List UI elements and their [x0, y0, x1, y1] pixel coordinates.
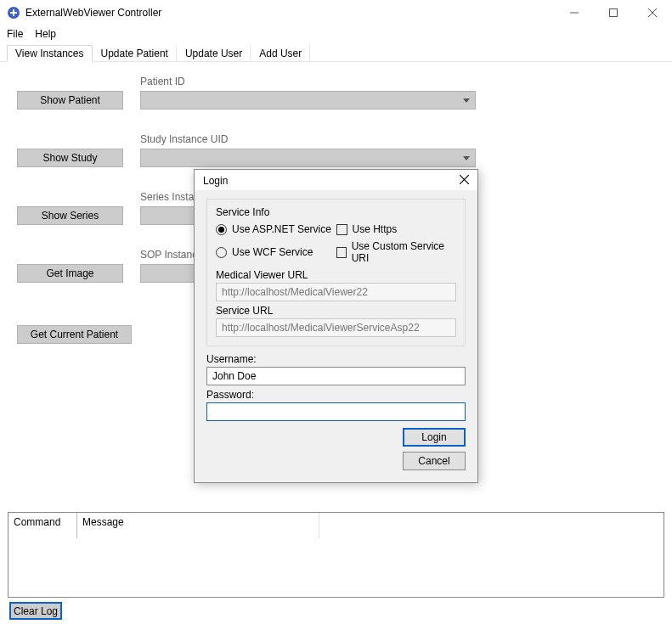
get-image-button[interactable]: Get Image: [17, 264, 123, 283]
clear-log-button[interactable]: Clear Log: [9, 602, 62, 620]
show-series-button[interactable]: Show Series: [17, 206, 123, 225]
username-input[interactable]: [206, 367, 466, 385]
window-title: ExternalWebViewer Controller: [25, 7, 555, 19]
tab-update-user[interactable]: Update User: [177, 45, 251, 62]
medurl-input[interactable]: [216, 283, 456, 301]
login-dialog: Login Service Info Use ASP.NET Service U…: [194, 169, 478, 483]
dialog-close-icon[interactable]: [460, 175, 469, 187]
use-wcf-radio[interactable]: [216, 247, 227, 258]
get-current-patient-button[interactable]: Get Current Patient: [17, 325, 132, 344]
log-col-message: Message: [77, 513, 664, 538]
study-uid-label: Study Instance UID: [140, 133, 476, 145]
use-https-label: Use Https: [353, 223, 398, 235]
log-divider-2[interactable]: [319, 513, 319, 538]
patient-id-dropdown[interactable]: [140, 91, 476, 110]
show-patient-button[interactable]: Show Patient: [17, 91, 123, 110]
menu-file[interactable]: File: [7, 28, 23, 40]
use-custom-checkbox[interactable]: [336, 247, 347, 258]
tab-add-user[interactable]: Add User: [251, 45, 310, 62]
use-asp-label: Use ASP.NET Service: [232, 223, 331, 235]
use-asp-radio[interactable]: [216, 224, 227, 235]
login-button[interactable]: Login: [403, 428, 466, 447]
maximize-button[interactable]: [594, 0, 633, 25]
minimize-button[interactable]: [555, 0, 594, 25]
menu-bar: File Help: [0, 25, 672, 42]
service-info-legend: Service Info: [216, 206, 456, 218]
tab-update-patient[interactable]: Update Patient: [93, 45, 177, 62]
password-input[interactable]: [206, 402, 466, 421]
tab-strip: View Instances Update Patient Update Use…: [0, 44, 672, 62]
use-https-checkbox[interactable]: [336, 224, 347, 235]
patient-id-label: Patient ID: [140, 76, 476, 87]
tab-view-instances[interactable]: View Instances: [7, 45, 93, 62]
log-panel: Command Message: [8, 512, 664, 598]
use-wcf-label: Use WCF Service: [232, 246, 313, 258]
dialog-title: Login: [203, 175, 228, 187]
show-study-button[interactable]: Show Study: [17, 149, 123, 167]
svcurl-input[interactable]: [216, 318, 456, 337]
svg-rect-2: [10, 12, 17, 14]
app-icon: [7, 6, 20, 20]
password-label: Password:: [206, 389, 466, 401]
cancel-button[interactable]: Cancel: [403, 452, 466, 470]
username-label: Username:: [206, 353, 466, 365]
medurl-label: Medical Viewer URL: [216, 269, 456, 281]
svcurl-label: Service URL: [216, 305, 456, 317]
log-col-command: Command: [8, 513, 76, 538]
title-bar: ExternalWebViewer Controller: [0, 0, 672, 25]
menu-help[interactable]: Help: [35, 28, 56, 40]
use-custom-label: Use Custom Service URI: [352, 240, 456, 264]
study-uid-dropdown[interactable]: [140, 149, 476, 167]
svg-rect-4: [610, 9, 618, 17]
service-info-group: Service Info Use ASP.NET Service Use Htt…: [206, 199, 466, 346]
close-button[interactable]: [633, 0, 672, 25]
